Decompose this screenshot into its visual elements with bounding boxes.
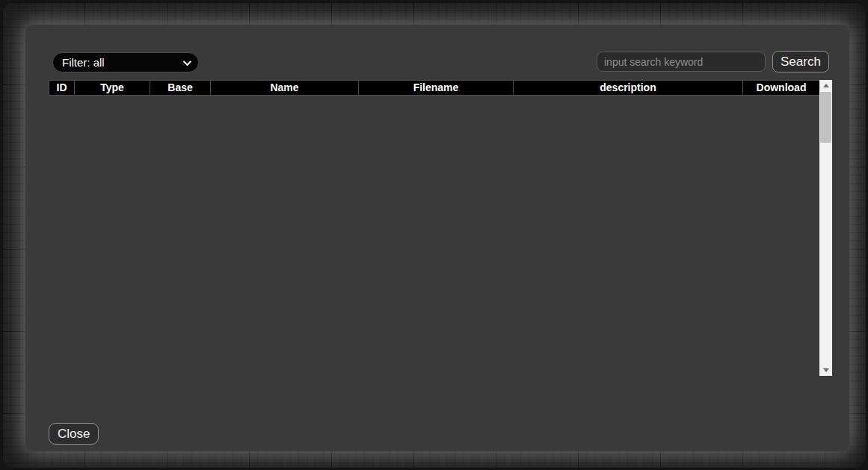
chevron-down-icon	[183, 57, 191, 65]
scroll-down-icon[interactable]	[819, 365, 832, 376]
table-scrollbar[interactable]	[819, 80, 832, 376]
column-header-base: Base	[150, 81, 211, 96]
model-table-viewport: IDTypeBaseNameFilenamedescriptionDownloa…	[49, 80, 819, 376]
table-header-row: IDTypeBaseNameFilenamedescriptionDownloa…	[49, 81, 820, 96]
search-button[interactable]: Search	[772, 51, 829, 72]
column-header-name: Name	[211, 81, 359, 96]
install-models-dialog: Filter: all Search IDTypeBaseNameFilenam…	[25, 25, 849, 451]
model-table: IDTypeBaseNameFilenamedescriptionDownloa…	[49, 80, 819, 96]
filter-select-value: Filter: all	[62, 56, 105, 69]
close-button[interactable]: Close	[49, 423, 99, 445]
column-header-download: Download	[743, 81, 820, 96]
column-header-type: Type	[75, 81, 150, 96]
scroll-up-icon[interactable]	[819, 80, 832, 91]
graph-canvas: Filter: all Search IDTypeBaseNameFilenam…	[2, 2, 866, 468]
scrollbar-thumb[interactable]	[820, 92, 831, 143]
model-table-area: IDTypeBaseNameFilenamedescriptionDownloa…	[49, 80, 832, 376]
search-input[interactable]	[597, 52, 766, 72]
filter-select[interactable]: Filter: all	[52, 52, 199, 72]
column-header-id: ID	[49, 81, 75, 96]
column-header-description: description	[514, 81, 743, 96]
column-header-filename: Filename	[359, 81, 514, 96]
